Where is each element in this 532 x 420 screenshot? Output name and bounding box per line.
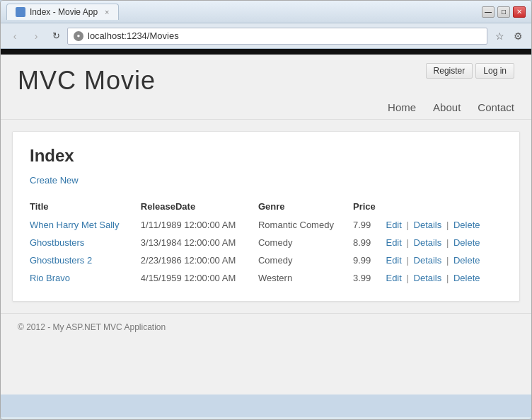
wrench-icon[interactable]: ⚙ <box>510 28 526 44</box>
window-controls: — □ ✕ <box>482 6 526 18</box>
sep-3: | <box>407 237 409 248</box>
movie-actions-1: Edit | Details | Delete <box>386 234 502 251</box>
watermark-bar <box>1 395 531 417</box>
forward-button[interactable]: › <box>28 28 45 45</box>
url-security-icon: ● <box>74 31 83 41</box>
nav-item-contact[interactable]: Contact <box>478 101 514 113</box>
site-footer: © 2012 - My ASP.NET MVC Application <box>1 313 531 341</box>
sep-7: | <box>407 273 409 283</box>
movie-title-3: Rio Bravo <box>30 269 141 287</box>
site-wrapper: MVC Movie Register Log in Home About Con… <box>1 55 531 395</box>
create-new-link[interactable]: Create New <box>30 175 79 186</box>
maximize-button[interactable]: □ <box>497 6 510 18</box>
table-row: Rio Bravo 4/15/1959 12:00:00 AM Western … <box>30 269 502 287</box>
toolbar-icons: ☆ ⚙ <box>492 28 526 44</box>
details-link-2[interactable]: Details <box>414 255 442 266</box>
sep-8: | <box>446 273 449 283</box>
minimize-button[interactable]: — <box>482 6 495 18</box>
page-title: Index <box>30 146 502 166</box>
table-header-row: Title ReleaseDate Genre Price <box>30 197 502 216</box>
address-bar: ‹ › ↻ ● localhost:1234/Movies ☆ ⚙ <box>1 23 531 49</box>
delete-link-3[interactable]: Delete <box>453 273 480 283</box>
col-header-actions <box>386 197 502 216</box>
movie-price-1: 8.99 <box>353 234 386 251</box>
table-head: Title ReleaseDate Genre Price <box>30 197 502 216</box>
movies-table: Title ReleaseDate Genre Price When Harry… <box>30 197 502 287</box>
black-stripe <box>1 49 531 55</box>
movie-price-2: 9.99 <box>353 251 386 269</box>
nav-menu: Home About Contact <box>18 96 514 119</box>
table-body: When Harry Met Sally 1/11/1989 12:00:00 … <box>30 216 502 287</box>
col-header-title: Title <box>30 197 141 216</box>
movie-release-1: 3/13/1984 12:00:00 AM <box>141 234 258 251</box>
close-button[interactable]: ✕ <box>513 6 526 18</box>
edit-link-3[interactable]: Edit <box>386 273 401 283</box>
details-link-0[interactable]: Details <box>414 220 442 230</box>
bookmark-star-icon[interactable]: ☆ <box>492 28 507 44</box>
movie-release-2: 2/23/1986 12:00:00 AM <box>141 251 258 269</box>
login-button[interactable]: Log in <box>475 63 514 79</box>
sep-2: | <box>446 220 449 230</box>
movie-genre-0: Romantic Comedy <box>258 216 353 234</box>
movie-genre-3: Western <box>258 269 353 287</box>
table-row: Ghostbusters 3/13/1984 12:00:00 AM Comed… <box>30 234 502 251</box>
header-auth: Register Log in <box>426 63 514 79</box>
movie-actions-0: Edit | Details | Delete <box>386 216 502 234</box>
browser-tab[interactable]: Index - Movie App × <box>6 4 119 20</box>
tab-close-button[interactable]: × <box>105 8 109 16</box>
table-row: Ghostbusters 2 2/23/1986 12:00:00 AM Com… <box>30 251 502 269</box>
footer-text: © 2012 - My ASP.NET MVC Application <box>18 322 166 332</box>
site-header: MVC Movie Register Log in Home About Con… <box>1 55 531 120</box>
edit-link-1[interactable]: Edit <box>386 237 401 248</box>
delete-link-1[interactable]: Delete <box>453 237 480 248</box>
table-row: When Harry Met Sally 1/11/1989 12:00:00 … <box>30 216 502 234</box>
tab-favicon <box>16 7 25 17</box>
refresh-button[interactable]: ↻ <box>49 29 63 43</box>
details-link-1[interactable]: Details <box>414 237 442 248</box>
sep-1: | <box>407 220 409 230</box>
edit-link-2[interactable]: Edit <box>386 255 401 266</box>
col-header-genre: Genre <box>258 197 353 216</box>
sep-5: | <box>407 255 409 266</box>
movie-release-0: 1/11/1989 12:00:00 AM <box>141 216 258 234</box>
delete-link-0[interactable]: Delete <box>453 220 480 230</box>
sep-4: | <box>446 237 449 248</box>
movie-release-3: 4/15/1959 12:00:00 AM <box>141 269 258 287</box>
details-link-3[interactable]: Details <box>414 273 442 283</box>
movie-price-0: 7.99 <box>353 216 386 234</box>
movie-price-3: 3.99 <box>353 269 386 287</box>
col-header-price: Price <box>353 197 386 216</box>
nav-item-home[interactable]: Home <box>388 101 416 113</box>
main-content: Index Create New Title ReleaseDate Genre… <box>12 131 520 302</box>
url-bar[interactable]: ● localhost:1234/Movies <box>67 28 487 45</box>
movie-actions-3: Edit | Details | Delete <box>386 269 502 287</box>
movie-actions-2: Edit | Details | Delete <box>386 251 502 269</box>
url-text: localhost:1234/Movies <box>88 30 179 41</box>
tab-title: Index - Movie App <box>30 7 98 17</box>
edit-link-0[interactable]: Edit <box>386 220 401 230</box>
sep-6: | <box>446 255 449 266</box>
register-button[interactable]: Register <box>426 63 473 79</box>
movie-genre-1: Comedy <box>258 234 353 251</box>
movie-title-0: When Harry Met Sally <box>30 216 141 234</box>
movie-title-2: Ghostbusters 2 <box>30 251 141 269</box>
back-button[interactable]: ‹ <box>6 28 23 45</box>
movie-title-1: Ghostbusters <box>30 234 141 251</box>
nav-item-about[interactable]: About <box>433 101 461 113</box>
browser-window: Index - Movie App × — □ ✕ ‹ › ↻ ● localh… <box>0 0 532 420</box>
delete-link-2[interactable]: Delete <box>453 255 480 266</box>
col-header-release: ReleaseDate <box>141 197 258 216</box>
title-bar: Index - Movie App × — □ ✕ <box>1 1 531 23</box>
movie-genre-2: Comedy <box>258 251 353 269</box>
